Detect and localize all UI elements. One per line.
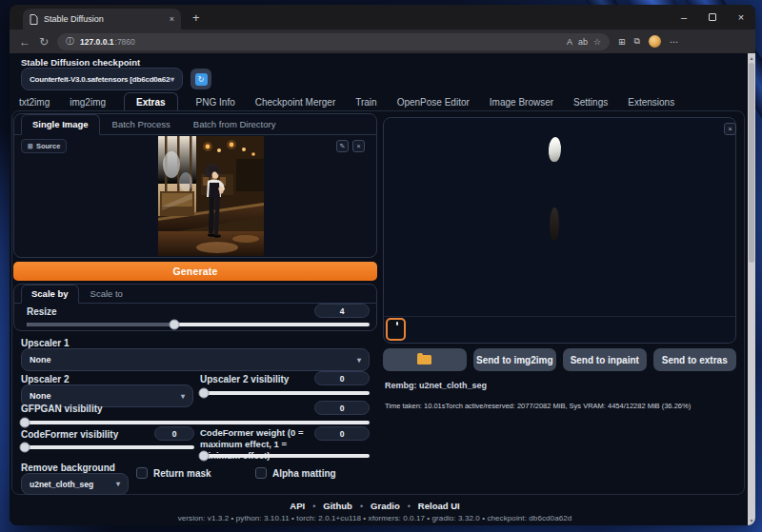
return-mask-checkbox[interactable] [136, 467, 148, 479]
pencil-icon: ✎ [340, 143, 346, 150]
close-button[interactable]: × [727, 5, 755, 30]
upscaler2-value: None [30, 391, 51, 401]
generate-button[interactable]: Generate [13, 262, 377, 281]
tab-image-browser[interactable]: Image Browser [488, 93, 555, 111]
footer-dot: • [408, 502, 411, 511]
tab-close-icon[interactable]: × [170, 14, 174, 24]
upscaler1-dropdown[interactable]: None ▾ [21, 348, 370, 371]
collections-icon[interactable]: ⊞ [618, 37, 626, 47]
scroll-down-icon[interactable]: ▼ [748, 518, 755, 523]
tab-train[interactable]: Train [353, 93, 378, 111]
reload-icon[interactable]: ↻ [39, 35, 49, 49]
address-bar[interactable]: ⓘ 127.0.0.1 :7860 A ab ☆ [57, 33, 610, 50]
profile-avatar[interactable] [649, 35, 661, 48]
url-host: 127.0.0.1 [80, 37, 113, 47]
url-port: :7860 [115, 37, 135, 47]
send-to-img2img-button[interactable]: Send to img2img [473, 348, 557, 371]
footer-dot: • [312, 502, 315, 511]
send-to-extras-button[interactable]: Send to extras [653, 348, 737, 371]
tab-settings[interactable]: Settings [572, 93, 610, 111]
gallery-divider [384, 316, 735, 317]
codeformer-visibility-label: CodeFormer visibility [21, 429, 118, 440]
time-status: Time taken: 10.01sTorch active/reserved:… [385, 402, 735, 410]
footer-link-github[interactable]: Github [323, 501, 352, 511]
thumbnail-fragment [396, 322, 398, 325]
send-buttons-row: Send to img2img Send to inpaint Send to … [383, 348, 736, 371]
close-icon: × [728, 126, 732, 132]
tab-single-image[interactable]: Single Image [21, 114, 100, 135]
scrollbar[interactable]: ▲ ▼ [748, 53, 755, 525]
refresh-checkpoints-button[interactable]: ↻ [190, 69, 211, 89]
open-folder-button[interactable] [383, 348, 467, 371]
tab-extensions[interactable]: Extensions [626, 93, 676, 111]
minimize-button[interactable]: – [670, 5, 698, 30]
alpha-matting-checkbox[interactable] [255, 467, 267, 479]
checkpoint-label: Stable Diffusion checkpoint [21, 57, 140, 68]
footer-link-gradio[interactable]: Gradio [371, 501, 400, 511]
gfpgan-value[interactable]: 0 [314, 401, 370, 415]
tab-batch-from-directory[interactable]: Batch from Directory [183, 115, 287, 134]
site-info-icon[interactable]: ⓘ [66, 35, 74, 48]
chevron-down-icon: ▾ [181, 392, 185, 401]
tab-txt2img[interactable]: txt2img [17, 93, 51, 111]
tab-extras[interactable]: Extras [124, 92, 178, 111]
tab-img2img[interactable]: img2img [68, 93, 108, 111]
tab-openpose-editor[interactable]: OpenPose Editor [395, 93, 471, 111]
source-image[interactable] [158, 136, 264, 256]
return-mask-option[interactable]: Return mask [136, 467, 211, 479]
codeformer-visibility-value[interactable]: 0 [154, 426, 194, 441]
footer-link-api[interactable]: API [290, 501, 305, 511]
codeformer-weight-slider[interactable] [200, 454, 370, 458]
favorite-star-icon[interactable]: ☆ [593, 37, 601, 47]
footer-links: API • Github • Gradio • Reload UI [10, 501, 740, 511]
upscaler1-label: Upscaler 1 [21, 338, 70, 348]
footer-link-reload-ui[interactable]: Reload UI [418, 501, 460, 511]
scroll-up-icon[interactable]: ▲ [748, 55, 755, 61]
maximize-button[interactable] [698, 5, 727, 30]
upscaler2-visibility-slider[interactable] [200, 391, 370, 395]
remove-background-dropdown[interactable]: u2net_cloth_seg ▾ [21, 473, 129, 495]
upscaler2-visibility-label: Upscaler 2 visibility [200, 374, 289, 384]
translate-icon[interactable]: ab [578, 37, 588, 47]
resize-slider[interactable] [27, 323, 370, 326]
browser-essentials-icon[interactable]: ⧉ [634, 36, 640, 47]
page-favicon-icon [30, 14, 38, 25]
alpha-matting-option[interactable]: Alpha matting [255, 467, 336, 479]
chevron-down-icon: ▾ [170, 75, 174, 84]
upscaler2-label: Upscaler 2 [21, 374, 70, 384]
tab-scale-by[interactable]: Scale by [21, 285, 79, 304]
maximize-icon [709, 13, 716, 21]
remove-background-value: u2net_cloth_seg [30, 480, 93, 489]
tab-png-info[interactable]: PNG Info [194, 93, 237, 111]
upscaler1-value: None [30, 355, 51, 365]
new-tab-button[interactable]: + [192, 11, 200, 24]
checkpoint-dropdown[interactable]: Counterfeit-V3.0.safetensors [db6cd0a62d… [21, 68, 183, 90]
browser-titlebar: Stable Diffusion × + – × [10, 5, 755, 30]
close-gallery-button[interactable]: × [724, 123, 736, 135]
clear-image-button[interactable]: × [352, 140, 365, 152]
more-menu-icon[interactable]: ⋯ [670, 37, 678, 47]
resize-value[interactable]: 4 [314, 304, 370, 318]
refresh-checkpoint-icon: ↻ [195, 73, 208, 86]
scrollbar-thumb[interactable] [749, 63, 754, 263]
edit-image-button[interactable]: ✎ [336, 140, 349, 152]
tab-batch-process[interactable]: Batch Process [102, 115, 181, 134]
codeformer-visibility-slider[interactable] [21, 445, 194, 449]
read-aloud-icon[interactable]: A [567, 37, 572, 47]
browser-tab[interactable]: Stable Diffusion × [23, 9, 181, 30]
tab-checkpoint-merger[interactable]: Checkpoint Merger [253, 93, 337, 111]
send-to-inpaint-button[interactable]: Send to inpaint [563, 348, 647, 371]
window-controls: – × [670, 5, 755, 30]
source-grid-icon: ⊞ [28, 143, 33, 150]
main-tabs: txt2img img2img Extras PNG Info Checkpoi… [17, 93, 741, 111]
scale-tabs: Scale by Scale to [14, 285, 376, 304]
input-tabs: Single Image Batch Process Batch from Di… [14, 114, 376, 135]
return-mask-label: Return mask [153, 468, 211, 479]
codeformer-weight-value[interactable]: 0 [314, 426, 370, 441]
gfpgan-slider[interactable] [21, 421, 370, 424]
back-icon[interactable]: ← [19, 35, 30, 49]
upscaler2-visibility-value[interactable]: 0 [314, 371, 370, 385]
tab-scale-to[interactable]: Scale to [81, 286, 132, 303]
resize-label: Resize [27, 306, 57, 317]
gallery-thumbnail-selected[interactable] [386, 318, 406, 341]
